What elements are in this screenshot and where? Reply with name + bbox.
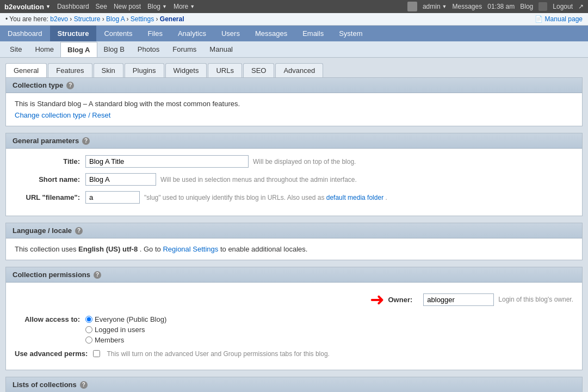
advanced-perms-label: Use advanced perms: [15,350,93,358]
sub-nav-blog-a[interactable]: Blog A [60,42,97,57]
tab-skin[interactable]: Skin [94,63,123,77]
advanced-perms-row: Use advanced perms: This will turn on th… [15,350,573,358]
collection-permissions-header: Collection permissions ? [6,267,582,283]
sub-nav-home[interactable]: Home [28,42,60,57]
default-media-folder-link[interactable]: default media folder [326,194,383,201]
see-link[interactable]: See [96,3,107,10]
lists-of-collections-section: Lists of collections ? [5,377,583,392]
nav-contents[interactable]: Contents [96,26,140,41]
nav-messages[interactable]: Messages [247,26,295,41]
general-parameters-header: General parameters ? [6,133,582,149]
owner-input[interactable] [423,293,494,306]
nav-emails[interactable]: Emails [295,26,331,41]
collection-type-help-icon[interactable]: ? [66,82,74,89]
owner-arrow-icon: ➜ [370,289,385,310]
logout-button[interactable]: Logout [553,3,573,10]
collection-type-section: Collection type ? This is Standard blog … [5,77,583,126]
sub-nav-site[interactable]: Site [3,42,28,57]
blog-link[interactable]: Blog ▼ [147,3,167,10]
blog-top-link[interactable]: Blog [520,3,533,10]
access-logged-in-radio[interactable] [85,326,92,333]
language-locale-help-icon[interactable]: ? [75,227,83,235]
owner-label: Owner: [388,296,418,304]
general-parameters-body: Title: Will be displayed on top of the b… [6,149,582,216]
sub-nav-photos[interactable]: Photos [131,42,166,57]
more-dropdown-arrow: ▼ [190,4,195,9]
short-name-row: Short name: Will be used in selection me… [15,173,573,186]
lists-of-collections-header: Lists of collections ? [6,377,582,392]
topbar: b2evolution ▼ Dashboard See New post Blo… [0,0,588,13]
sub-nav: Site Home Blog A Blog B Photos Forums Ma… [0,41,588,58]
access-everyone-radio[interactable] [85,316,92,323]
messages-link[interactable]: Messages [453,3,482,10]
tab-plugins[interactable]: Plugins [125,63,164,77]
title-hint: Will be displayed on top of the blog. [253,158,356,166]
access-options: Everyone (Public Blog) Logged in users M… [85,315,166,344]
tab-urls[interactable]: URLs [208,63,242,77]
tab-advanced[interactable]: Advanced [275,63,323,77]
tab-widgets[interactable]: Widgets [165,63,207,77]
general-parameters-section: General parameters ? Title: Will be disp… [5,133,583,216]
title-label: Title: [15,157,85,166]
advanced-perms-hint: This will turn on the advanced User and … [107,350,330,358]
sub-nav-forums[interactable]: Forums [166,42,203,57]
collection-permissions-help-icon[interactable]: ? [94,271,101,279]
collection-permissions-section: Collection permissions ? ➜ Owner: Login … [5,267,583,370]
url-filename-hint: "slug" used to uniquely identify this bl… [144,194,387,201]
nav-users[interactable]: Users [214,26,247,41]
short-name-label: Short name: [15,175,85,183]
tab-seo[interactable]: SEO [243,63,274,77]
collection-type-description: This is Standard blog – A standard blog … [15,100,573,108]
short-name-input[interactable] [85,173,156,186]
breadcrumb-structure[interactable]: Structure [74,15,101,23]
new-post-link[interactable]: New post [114,3,141,10]
sub-nav-blog-b[interactable]: Blog B [97,42,131,57]
access-members-radio[interactable] [85,336,92,344]
language-locale-section: Language / locale ? This collection uses… [5,223,583,260]
tab-general[interactable]: General [5,63,47,77]
topbar-left: b2evolution ▼ Dashboard See New post Blo… [4,3,195,11]
url-filename-label: URL "filename": [15,193,85,201]
manual-page-link[interactable]: 📄 Manual page [535,15,583,23]
collection-permissions-body: ➜ Owner: Login of this blog's owner. All… [6,283,582,370]
nav-structure[interactable]: Structure [50,26,97,41]
logout-icon: ↗ [578,3,584,10]
owner-row: ➜ Owner: Login of this blog's owner. [15,289,573,310]
nav-system[interactable]: System [331,26,370,41]
title-input[interactable] [85,155,249,168]
tab-features[interactable]: Features [48,63,92,77]
breadcrumb-settings[interactable]: Settings [131,15,154,23]
nav-dashboard[interactable]: Dashboard [0,26,50,41]
nav-files[interactable]: Files [140,26,170,41]
access-everyone[interactable]: Everyone (Public Blog) [85,315,166,323]
blog-icon [539,2,547,11]
language-locale-text: This collection uses English (US) utf-8 … [15,245,573,253]
breadcrumb-b2evo[interactable]: b2evo [50,15,68,23]
main-nav: Dashboard Structure Contents Files Analy… [0,26,588,41]
collection-type-body: This is Standard blog – A standard blog … [6,93,582,126]
nav-analytics[interactable]: Analytics [170,26,214,41]
collection-type-header: Collection type ? [6,78,582,93]
url-filename-input[interactable] [85,191,140,204]
more-link[interactable]: More ▼ [174,3,195,10]
tabs: General Features Skin Plugins Widgets UR… [5,63,583,77]
change-collection-type-link[interactable]: Change collection type / Reset [15,111,110,119]
breadcrumb-blog-a[interactable]: Blog A [106,15,125,23]
regional-settings-link[interactable]: Regional Settings [163,245,218,253]
topbar-right: admin ▼ Messages 01:38 am Blog Logout ↗ [407,2,584,11]
lists-of-collections-help-icon[interactable]: ? [80,381,88,389]
content-area: General Features Skin Plugins Widgets UR… [0,58,588,392]
time-display: 01:38 am [487,3,515,10]
dashboard-link[interactable]: Dashboard [57,3,89,10]
logo[interactable]: b2evolution ▼ [4,3,51,11]
breadcrumb-path: • You are here: b2evo › Structure › Blog… [5,15,184,23]
language-locale-header: Language / locale ? [6,223,582,238]
admin-menu[interactable]: admin ▼ [423,3,447,10]
general-parameters-help-icon[interactable]: ? [82,137,90,145]
sub-nav-manual[interactable]: Manual [203,42,239,57]
access-label: Allow access to: [15,315,85,323]
blog-dropdown-arrow: ▼ [162,4,167,9]
advanced-perms-checkbox[interactable] [93,350,100,357]
access-logged-in[interactable]: Logged in users [85,326,166,334]
access-members[interactable]: Members [85,336,166,344]
